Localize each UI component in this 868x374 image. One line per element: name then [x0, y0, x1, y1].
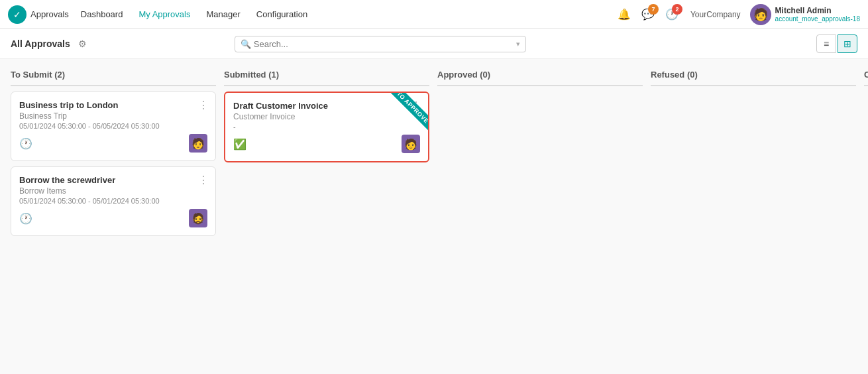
nav-configuration[interactable]: Configuration [250, 7, 314, 22]
card-menu-button[interactable]: ⋮ [411, 99, 421, 112]
card-date: 05/01/2024 05:30:00 - 05/05/2024 05:30:0… [19, 122, 207, 130]
activities-badge: 2 [672, 4, 682, 15]
card-subtitle: Customer Invoice [233, 112, 420, 121]
user-avatar: 🧑 [750, 4, 771, 25]
settings-icon[interactable]: ⚙ [78, 38, 87, 49]
column-submitted: Submitted (1) ⋮ TO APPROVE Draft Custome… [224, 67, 429, 369]
clock-icon: 🕐 [19, 137, 32, 150]
kanban-board: To Submit (2) ⋮ Business trip to London … [0, 59, 868, 374]
nav-manager[interactable]: Manager [199, 7, 246, 22]
card-borrow-screwdriver[interactable]: ⋮ Borrow the screwdriver Borrow Items 05… [11, 166, 216, 236]
action-bar: All Approvals ⚙ 🔍 ▾ ≡ ⊞ [0, 29, 868, 59]
card-footer: ✅ 🧑 [233, 135, 420, 153]
column-to-submit: To Submit (2) ⋮ Business trip to London … [11, 67, 216, 369]
card-avatar: 🧔 [189, 209, 207, 227]
search-icon: 🔍 [241, 39, 251, 49]
search-bar: 🔍 ▾ [235, 36, 526, 52]
clock-icon: 🕐 [19, 212, 32, 225]
company-name: YourCompany [686, 10, 745, 19]
activity-bell-button[interactable]: 🔔 [615, 5, 633, 24]
card-menu-button[interactable]: ⋮ [198, 99, 209, 111]
card-business-trip[interactable]: ⋮ Business trip to London Business Trip … [11, 92, 216, 161]
column-submitted-header: Submitted (1) [224, 67, 429, 86]
card-date: - [233, 123, 420, 131]
card-icons: 🕐 [19, 212, 32, 225]
card-footer: 🕐 🧑 [19, 134, 207, 153]
column-to-submit-header: To Submit (2) [11, 67, 216, 86]
messages-badge: 7 [648, 4, 659, 15]
check-icon: ✅ [233, 138, 246, 151]
user-info: Mitchell Admin account_move_approvals-18 [775, 6, 860, 23]
search-dropdown-arrow[interactable]: ▾ [516, 40, 520, 48]
messages-button[interactable]: 💬 7 [639, 5, 657, 24]
card-title: Draft Customer Invoice [233, 101, 420, 111]
app-logo[interactable]: ✓ Approvals [8, 5, 69, 24]
activities-button[interactable]: 🕐 2 [663, 5, 681, 24]
column-cancelled: Can... [864, 67, 868, 369]
user-menu[interactable]: 🧑 Mitchell Admin account_move_approvals-… [750, 4, 860, 25]
card-icons: ✅ [233, 138, 246, 151]
card-subtitle: Business Trip [19, 111, 207, 121]
card-avatar: 🧑 [189, 134, 207, 153]
card-title: Business trip to London [19, 100, 207, 110]
kanban-view-button[interactable]: ⊞ [838, 34, 857, 53]
nav-dashboard[interactable]: Dashboard [74, 7, 130, 22]
user-sub: account_move_approvals-18 [775, 15, 860, 23]
card-date: 05/01/2024 05:30:00 - 05/01/2024 05:30:0… [19, 197, 207, 205]
view-toggles: ≡ ⊞ [816, 34, 857, 53]
column-refused-header: Refused (0) [651, 67, 856, 86]
card-title: Borrow the screwdriver [19, 175, 207, 185]
list-view-button[interactable]: ≡ [816, 34, 836, 53]
card-icons: 🕐 [19, 137, 32, 150]
card-draft-invoice[interactable]: ⋮ TO APPROVE Draft Customer Invoice Cust… [224, 92, 429, 162]
card-menu-button[interactable]: ⋮ [198, 174, 209, 186]
column-approved: Approved (0) [437, 67, 643, 369]
page-title: All Approvals [11, 38, 70, 49]
nav-my-approvals[interactable]: My Approvals [132, 7, 197, 22]
app-name: Approvals [30, 9, 69, 19]
card-footer: 🕐 🧔 [19, 209, 207, 227]
top-nav: ✓ Approvals Dashboard My Approvals Manag… [0, 0, 868, 29]
user-name: Mitchell Admin [775, 6, 832, 15]
app-logo-icon: ✓ [8, 5, 27, 24]
card-subtitle: Borrow Items [19, 186, 207, 196]
nav-icons: 🔔 💬 7 🕐 2 YourCompany 🧑 Mitchell Admin a… [615, 4, 860, 25]
column-cancelled-header: Can... [864, 67, 868, 86]
column-approved-header: Approved (0) [437, 67, 643, 86]
search-input[interactable] [254, 39, 516, 49]
card-avatar: 🧑 [402, 135, 420, 153]
column-refused: Refused (0) [651, 67, 856, 369]
